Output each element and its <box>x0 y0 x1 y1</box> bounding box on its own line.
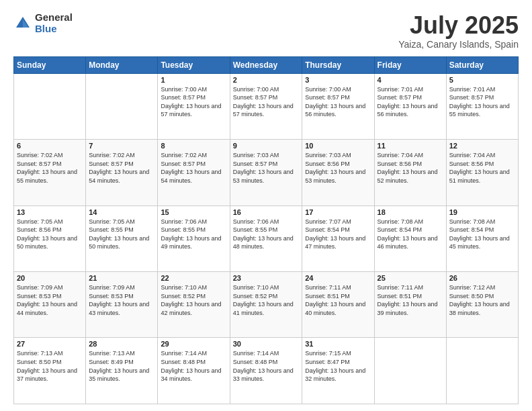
calendar-cell: 24Sunrise: 7:11 AMSunset: 8:51 PMDayligh… <box>302 272 374 338</box>
col-monday: Monday <box>86 56 158 73</box>
calendar-week-3: 13Sunrise: 7:05 AMSunset: 8:56 PMDayligh… <box>14 205 519 271</box>
day-info: Sunrise: 7:14 AMSunset: 8:48 PMDaylight:… <box>161 349 226 383</box>
day-info: Sunrise: 7:10 AMSunset: 8:52 PMDaylight:… <box>161 283 226 317</box>
day-info: Sunrise: 7:00 AMSunset: 8:57 PMDaylight:… <box>233 85 300 119</box>
calendar-week-2: 6Sunrise: 7:02 AMSunset: 8:57 PMDaylight… <box>14 140 519 205</box>
calendar-cell: 16Sunrise: 7:06 AMSunset: 8:55 PMDayligh… <box>230 205 302 271</box>
calendar-cell <box>446 338 518 404</box>
calendar-cell: 29Sunrise: 7:14 AMSunset: 8:48 PMDayligh… <box>158 338 230 404</box>
calendar-cell: 9Sunrise: 7:03 AMSunset: 8:57 PMDaylight… <box>230 140 302 205</box>
day-number: 14 <box>89 208 154 216</box>
day-number: 3 <box>305 76 371 84</box>
day-info: Sunrise: 7:05 AMSunset: 8:56 PMDaylight:… <box>17 218 83 251</box>
day-info: Sunrise: 7:02 AMSunset: 8:57 PMDaylight:… <box>161 151 226 185</box>
day-info: Sunrise: 7:13 AMSunset: 8:50 PMDaylight:… <box>17 349 83 383</box>
calendar-cell: 27Sunrise: 7:13 AMSunset: 8:50 PMDayligh… <box>14 338 86 404</box>
day-number: 7 <box>89 142 154 150</box>
logo: General Blue <box>13 12 73 34</box>
day-number: 31 <box>305 340 371 348</box>
calendar-cell: 21Sunrise: 7:09 AMSunset: 8:53 PMDayligh… <box>86 272 158 338</box>
logo-blue-text: Blue <box>35 24 73 35</box>
calendar-cell: 2Sunrise: 7:00 AMSunset: 8:57 PMDaylight… <box>230 73 302 139</box>
calendar-cell: 25Sunrise: 7:11 AMSunset: 8:51 PMDayligh… <box>374 272 446 338</box>
day-number: 19 <box>449 208 515 216</box>
title-month: July 2025 <box>398 12 519 39</box>
day-info: Sunrise: 7:03 AMSunset: 8:56 PMDaylight:… <box>305 151 371 185</box>
calendar-week-4: 20Sunrise: 7:09 AMSunset: 8:53 PMDayligh… <box>14 272 519 338</box>
calendar-cell: 14Sunrise: 7:05 AMSunset: 8:55 PMDayligh… <box>86 205 158 271</box>
col-wednesday: Wednesday <box>230 56 302 73</box>
day-info: Sunrise: 7:00 AMSunset: 8:57 PMDaylight:… <box>161 85 226 119</box>
day-info: Sunrise: 7:02 AMSunset: 8:57 PMDaylight:… <box>89 151 154 185</box>
day-info: Sunrise: 7:01 AMSunset: 8:57 PMDaylight:… <box>449 85 515 119</box>
calendar-header-row: Sunday Monday Tuesday Wednesday Thursday… <box>14 56 519 73</box>
day-info: Sunrise: 7:11 AMSunset: 8:51 PMDaylight:… <box>305 283 371 317</box>
day-number: 2 <box>233 76 300 84</box>
page: General Blue July 2025 Yaiza, Canary Isl… <box>0 0 532 411</box>
day-number: 23 <box>233 274 300 282</box>
day-number: 5 <box>449 76 515 84</box>
logo-general-text: General <box>35 12 73 24</box>
calendar-week-1: 1Sunrise: 7:00 AMSunset: 8:57 PMDaylight… <box>14 73 519 139</box>
calendar-cell: 8Sunrise: 7:02 AMSunset: 8:57 PMDaylight… <box>158 140 230 205</box>
day-info: Sunrise: 7:13 AMSunset: 8:49 PMDaylight:… <box>89 349 154 383</box>
day-info: Sunrise: 7:04 AMSunset: 8:56 PMDaylight:… <box>378 151 443 185</box>
calendar-cell: 17Sunrise: 7:07 AMSunset: 8:54 PMDayligh… <box>302 205 374 271</box>
day-info: Sunrise: 7:01 AMSunset: 8:57 PMDaylight:… <box>378 85 443 119</box>
day-info: Sunrise: 7:15 AMSunset: 8:47 PMDaylight:… <box>305 349 371 383</box>
day-number: 15 <box>161 208 226 216</box>
day-number: 13 <box>17 208 83 216</box>
day-info: Sunrise: 7:12 AMSunset: 8:50 PMDaylight:… <box>449 283 515 317</box>
day-info: Sunrise: 7:08 AMSunset: 8:54 PMDaylight:… <box>378 218 443 251</box>
col-saturday: Saturday <box>446 56 518 73</box>
calendar-cell: 31Sunrise: 7:15 AMSunset: 8:47 PMDayligh… <box>302 338 374 404</box>
calendar-cell: 5Sunrise: 7:01 AMSunset: 8:57 PMDaylight… <box>446 73 518 139</box>
day-number: 22 <box>161 274 226 282</box>
day-number: 6 <box>17 142 83 150</box>
calendar-cell: 4Sunrise: 7:01 AMSunset: 8:57 PMDaylight… <box>374 73 446 139</box>
day-number: 25 <box>378 274 443 282</box>
col-friday: Friday <box>374 56 446 73</box>
day-info: Sunrise: 7:06 AMSunset: 8:55 PMDaylight:… <box>233 218 300 251</box>
day-number: 8 <box>161 142 226 150</box>
title-location: Yaiza, Canary Islands, Spain <box>398 39 519 50</box>
day-info: Sunrise: 7:04 AMSunset: 8:56 PMDaylight:… <box>449 151 515 185</box>
day-number: 30 <box>233 340 300 348</box>
day-number: 20 <box>17 274 83 282</box>
calendar-cell: 1Sunrise: 7:00 AMSunset: 8:57 PMDaylight… <box>158 73 230 139</box>
calendar-cell <box>14 73 86 139</box>
col-thursday: Thursday <box>302 56 374 73</box>
day-number: 18 <box>378 208 443 216</box>
day-info: Sunrise: 7:11 AMSunset: 8:51 PMDaylight:… <box>378 283 443 317</box>
calendar-cell: 30Sunrise: 7:14 AMSunset: 8:48 PMDayligh… <box>230 338 302 404</box>
calendar-cell: 23Sunrise: 7:10 AMSunset: 8:52 PMDayligh… <box>230 272 302 338</box>
calendar-cell: 15Sunrise: 7:06 AMSunset: 8:55 PMDayligh… <box>158 205 230 271</box>
day-number: 11 <box>378 142 443 150</box>
calendar-cell <box>374 338 446 404</box>
day-number: 21 <box>89 274 154 282</box>
day-info: Sunrise: 7:00 AMSunset: 8:57 PMDaylight:… <box>305 85 371 119</box>
logo-icon <box>13 14 32 33</box>
day-number: 1 <box>161 76 226 84</box>
calendar-cell: 13Sunrise: 7:05 AMSunset: 8:56 PMDayligh… <box>14 205 86 271</box>
calendar-week-5: 27Sunrise: 7:13 AMSunset: 8:50 PMDayligh… <box>14 338 519 404</box>
day-number: 9 <box>233 142 300 150</box>
day-number: 17 <box>305 208 371 216</box>
calendar-cell: 22Sunrise: 7:10 AMSunset: 8:52 PMDayligh… <box>158 272 230 338</box>
calendar-cell: 10Sunrise: 7:03 AMSunset: 8:56 PMDayligh… <box>302 140 374 205</box>
day-info: Sunrise: 7:08 AMSunset: 8:54 PMDaylight:… <box>449 218 515 251</box>
day-info: Sunrise: 7:05 AMSunset: 8:55 PMDaylight:… <box>89 218 154 251</box>
title-block: July 2025 Yaiza, Canary Islands, Spain <box>398 12 519 50</box>
day-number: 26 <box>449 274 515 282</box>
day-info: Sunrise: 7:14 AMSunset: 8:48 PMDaylight:… <box>233 349 300 383</box>
calendar-cell <box>86 73 158 139</box>
day-number: 12 <box>449 142 515 150</box>
day-number: 29 <box>161 340 226 348</box>
logo-text: General Blue <box>35 12 73 34</box>
calendar-cell: 3Sunrise: 7:00 AMSunset: 8:57 PMDaylight… <box>302 73 374 139</box>
day-number: 28 <box>89 340 154 348</box>
day-info: Sunrise: 7:07 AMSunset: 8:54 PMDaylight:… <box>305 218 371 251</box>
calendar-cell: 28Sunrise: 7:13 AMSunset: 8:49 PMDayligh… <box>86 338 158 404</box>
day-info: Sunrise: 7:09 AMSunset: 8:53 PMDaylight:… <box>89 283 154 317</box>
day-info: Sunrise: 7:02 AMSunset: 8:57 PMDaylight:… <box>17 151 83 185</box>
